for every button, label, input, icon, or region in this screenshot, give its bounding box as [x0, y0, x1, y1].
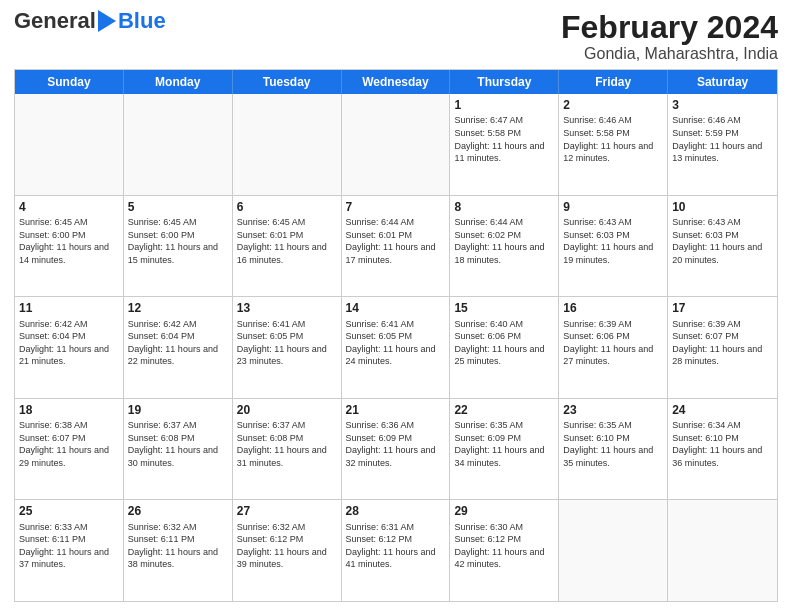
calendar-cell: 7Sunrise: 6:44 AM Sunset: 6:01 PM Daylig… — [342, 196, 451, 297]
day-number: 13 — [237, 300, 337, 316]
weekday-header: Sunday — [15, 70, 124, 94]
day-info: Sunrise: 6:47 AM Sunset: 5:58 PM Dayligh… — [454, 114, 554, 164]
calendar-body: 1Sunrise: 6:47 AM Sunset: 5:58 PM Daylig… — [15, 94, 777, 601]
day-number: 24 — [672, 402, 773, 418]
calendar-week-row: 4Sunrise: 6:45 AM Sunset: 6:00 PM Daylig… — [15, 196, 777, 298]
day-info: Sunrise: 6:42 AM Sunset: 6:04 PM Dayligh… — [128, 318, 228, 368]
calendar-cell: 29Sunrise: 6:30 AM Sunset: 6:12 PM Dayli… — [450, 500, 559, 601]
day-number: 14 — [346, 300, 446, 316]
day-number: 3 — [672, 97, 773, 113]
calendar-cell: 4Sunrise: 6:45 AM Sunset: 6:00 PM Daylig… — [15, 196, 124, 297]
logo-icon — [98, 10, 116, 32]
page: General Blue February 2024 Gondia, Mahar… — [0, 0, 792, 612]
day-info: Sunrise: 6:44 AM Sunset: 6:02 PM Dayligh… — [454, 216, 554, 266]
day-info: Sunrise: 6:39 AM Sunset: 6:07 PM Dayligh… — [672, 318, 773, 368]
calendar-week-row: 1Sunrise: 6:47 AM Sunset: 5:58 PM Daylig… — [15, 94, 777, 196]
day-number: 10 — [672, 199, 773, 215]
calendar-cell: 28Sunrise: 6:31 AM Sunset: 6:12 PM Dayli… — [342, 500, 451, 601]
day-number: 15 — [454, 300, 554, 316]
header: General Blue February 2024 Gondia, Mahar… — [14, 10, 778, 63]
day-info: Sunrise: 6:32 AM Sunset: 6:12 PM Dayligh… — [237, 521, 337, 571]
day-number: 26 — [128, 503, 228, 519]
calendar-cell — [342, 94, 451, 195]
day-info: Sunrise: 6:30 AM Sunset: 6:12 PM Dayligh… — [454, 521, 554, 571]
day-info: Sunrise: 6:44 AM Sunset: 6:01 PM Dayligh… — [346, 216, 446, 266]
calendar-week-row: 25Sunrise: 6:33 AM Sunset: 6:11 PM Dayli… — [15, 500, 777, 601]
calendar-cell: 3Sunrise: 6:46 AM Sunset: 5:59 PM Daylig… — [668, 94, 777, 195]
calendar-cell — [559, 500, 668, 601]
calendar-cell: 10Sunrise: 6:43 AM Sunset: 6:03 PM Dayli… — [668, 196, 777, 297]
calendar-header: SundayMondayTuesdayWednesdayThursdayFrid… — [15, 70, 777, 94]
calendar-cell: 19Sunrise: 6:37 AM Sunset: 6:08 PM Dayli… — [124, 399, 233, 500]
day-number: 25 — [19, 503, 119, 519]
calendar-cell: 16Sunrise: 6:39 AM Sunset: 6:06 PM Dayli… — [559, 297, 668, 398]
day-info: Sunrise: 6:34 AM Sunset: 6:10 PM Dayligh… — [672, 419, 773, 469]
day-number: 20 — [237, 402, 337, 418]
day-info: Sunrise: 6:32 AM Sunset: 6:11 PM Dayligh… — [128, 521, 228, 571]
day-info: Sunrise: 6:45 AM Sunset: 6:00 PM Dayligh… — [19, 216, 119, 266]
calendar-cell: 11Sunrise: 6:42 AM Sunset: 6:04 PM Dayli… — [15, 297, 124, 398]
day-info: Sunrise: 6:36 AM Sunset: 6:09 PM Dayligh… — [346, 419, 446, 469]
day-number: 19 — [128, 402, 228, 418]
title-block: February 2024 Gondia, Maharashtra, India — [561, 10, 778, 63]
day-info: Sunrise: 6:46 AM Sunset: 5:58 PM Dayligh… — [563, 114, 663, 164]
day-info: Sunrise: 6:31 AM Sunset: 6:12 PM Dayligh… — [346, 521, 446, 571]
weekday-header: Friday — [559, 70, 668, 94]
day-number: 23 — [563, 402, 663, 418]
calendar-cell: 18Sunrise: 6:38 AM Sunset: 6:07 PM Dayli… — [15, 399, 124, 500]
day-info: Sunrise: 6:37 AM Sunset: 6:08 PM Dayligh… — [128, 419, 228, 469]
weekday-header: Thursday — [450, 70, 559, 94]
calendar-cell — [233, 94, 342, 195]
day-number: 9 — [563, 199, 663, 215]
calendar-cell: 17Sunrise: 6:39 AM Sunset: 6:07 PM Dayli… — [668, 297, 777, 398]
calendar-cell: 8Sunrise: 6:44 AM Sunset: 6:02 PM Daylig… — [450, 196, 559, 297]
day-info: Sunrise: 6:43 AM Sunset: 6:03 PM Dayligh… — [563, 216, 663, 266]
day-info: Sunrise: 6:43 AM Sunset: 6:03 PM Dayligh… — [672, 216, 773, 266]
day-number: 21 — [346, 402, 446, 418]
logo-text: General Blue — [14, 10, 166, 32]
calendar-week-row: 11Sunrise: 6:42 AM Sunset: 6:04 PM Dayli… — [15, 297, 777, 399]
day-info: Sunrise: 6:45 AM Sunset: 6:00 PM Dayligh… — [128, 216, 228, 266]
calendar-cell: 9Sunrise: 6:43 AM Sunset: 6:03 PM Daylig… — [559, 196, 668, 297]
calendar: SundayMondayTuesdayWednesdayThursdayFrid… — [14, 69, 778, 602]
calendar-cell: 1Sunrise: 6:47 AM Sunset: 5:58 PM Daylig… — [450, 94, 559, 195]
calendar-subtitle: Gondia, Maharashtra, India — [561, 45, 778, 63]
day-info: Sunrise: 6:41 AM Sunset: 6:05 PM Dayligh… — [346, 318, 446, 368]
day-info: Sunrise: 6:35 AM Sunset: 6:10 PM Dayligh… — [563, 419, 663, 469]
calendar-cell: 22Sunrise: 6:35 AM Sunset: 6:09 PM Dayli… — [450, 399, 559, 500]
day-number: 11 — [19, 300, 119, 316]
weekday-header: Monday — [124, 70, 233, 94]
calendar-cell: 20Sunrise: 6:37 AM Sunset: 6:08 PM Dayli… — [233, 399, 342, 500]
logo-blue: Blue — [118, 10, 166, 32]
svg-marker-0 — [98, 10, 116, 32]
day-number: 16 — [563, 300, 663, 316]
calendar-cell: 14Sunrise: 6:41 AM Sunset: 6:05 PM Dayli… — [342, 297, 451, 398]
day-number: 28 — [346, 503, 446, 519]
calendar-cell: 25Sunrise: 6:33 AM Sunset: 6:11 PM Dayli… — [15, 500, 124, 601]
day-info: Sunrise: 6:39 AM Sunset: 6:06 PM Dayligh… — [563, 318, 663, 368]
day-number: 29 — [454, 503, 554, 519]
weekday-header: Wednesday — [342, 70, 451, 94]
day-number: 8 — [454, 199, 554, 215]
calendar-cell: 2Sunrise: 6:46 AM Sunset: 5:58 PM Daylig… — [559, 94, 668, 195]
day-info: Sunrise: 6:41 AM Sunset: 6:05 PM Dayligh… — [237, 318, 337, 368]
day-info: Sunrise: 6:40 AM Sunset: 6:06 PM Dayligh… — [454, 318, 554, 368]
weekday-header: Tuesday — [233, 70, 342, 94]
day-info: Sunrise: 6:45 AM Sunset: 6:01 PM Dayligh… — [237, 216, 337, 266]
day-info: Sunrise: 6:33 AM Sunset: 6:11 PM Dayligh… — [19, 521, 119, 571]
calendar-title: February 2024 — [561, 10, 778, 45]
logo-general: General — [14, 10, 96, 32]
calendar-cell: 5Sunrise: 6:45 AM Sunset: 6:00 PM Daylig… — [124, 196, 233, 297]
day-number: 2 — [563, 97, 663, 113]
day-number: 17 — [672, 300, 773, 316]
logo: General Blue — [14, 10, 166, 32]
calendar-cell: 6Sunrise: 6:45 AM Sunset: 6:01 PM Daylig… — [233, 196, 342, 297]
weekday-header: Saturday — [668, 70, 777, 94]
calendar-cell — [15, 94, 124, 195]
day-number: 12 — [128, 300, 228, 316]
calendar-cell — [124, 94, 233, 195]
day-number: 27 — [237, 503, 337, 519]
calendar-cell: 26Sunrise: 6:32 AM Sunset: 6:11 PM Dayli… — [124, 500, 233, 601]
calendar-cell: 27Sunrise: 6:32 AM Sunset: 6:12 PM Dayli… — [233, 500, 342, 601]
day-number: 4 — [19, 199, 119, 215]
